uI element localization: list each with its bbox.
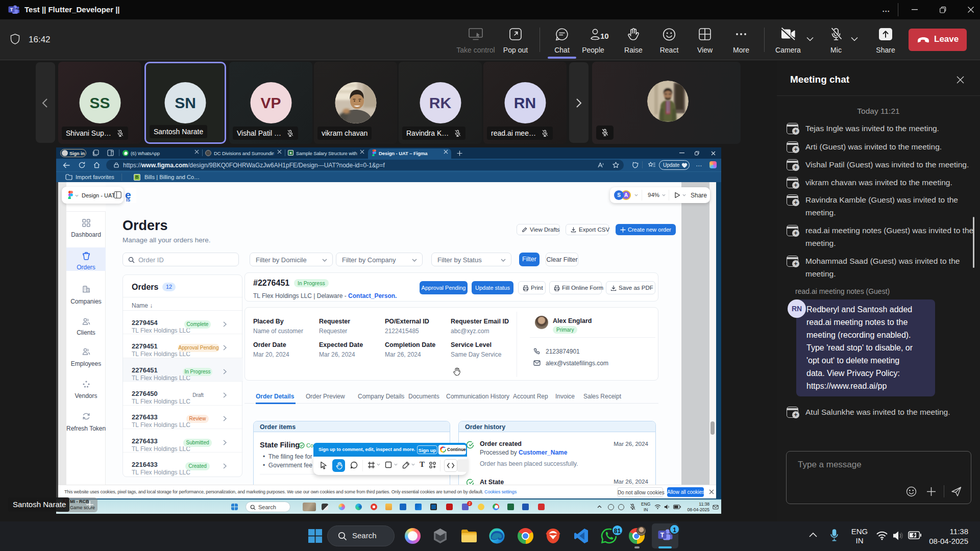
svg-text:T: T	[10, 7, 13, 12]
svg-text:T: T	[660, 532, 665, 539]
